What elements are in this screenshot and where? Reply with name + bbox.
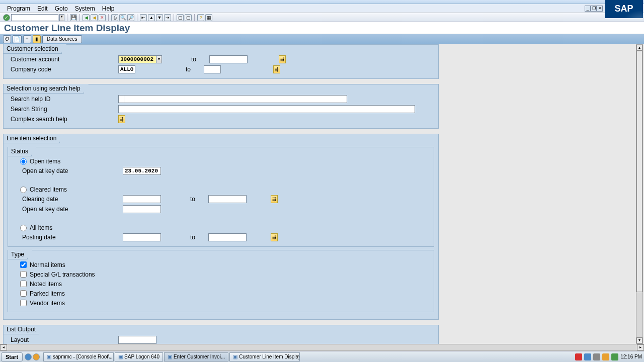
menu-goto[interactable]: Goto <box>55 5 68 12</box>
task-item[interactable]: ▣Enter Customer Invoi... <box>164 352 228 361</box>
menu-system[interactable]: System <box>75 5 95 12</box>
open-key-date2-input[interactable] <box>123 205 161 213</box>
normal-items-check[interactable] <box>20 261 27 268</box>
new-session-icon[interactable]: ▢ <box>177 14 184 21</box>
back-icon[interactable]: ◀ <box>83 14 90 21</box>
restore-btn[interactable]: ❐ <box>591 6 597 12</box>
customer-account-input[interactable] <box>118 55 156 63</box>
save-icon[interactable]: 💾 <box>70 14 77 21</box>
posting-date-to-input[interactable] <box>208 233 247 241</box>
clock[interactable]: 12:16 PM <box>620 354 642 359</box>
task-item[interactable]: ▣sapmmc - [Console Root\... <box>43 352 114 361</box>
menu-help[interactable]: Help <box>102 5 115 12</box>
normal-items-label: Normal items <box>30 261 65 268</box>
clearing-date-to-input[interactable] <box>208 195 247 203</box>
complex-search-btn[interactable]: ⇶ <box>118 115 125 123</box>
tray-icon[interactable] <box>593 353 600 360</box>
unknown-btn[interactable]: ▮ <box>33 35 41 43</box>
customer-selection-group: Customer selection Customer account ▾ to… <box>3 44 439 79</box>
enter-icon[interactable]: ✓ <box>3 14 10 21</box>
find-icon[interactable]: 🔍 <box>119 14 126 21</box>
company-code-input[interactable] <box>118 65 135 73</box>
task-item[interactable]: ▣Customer Line Item Display <box>229 352 300 361</box>
cancel-icon[interactable]: ✕ <box>99 14 106 21</box>
variant-btn[interactable]: 📄 <box>13 35 22 43</box>
horizontal-scrollbar[interactable]: ◂ ▸ <box>0 344 644 351</box>
last-page-icon[interactable]: ⇥ <box>164 14 171 21</box>
exit-icon[interactable]: ◀ <box>91 14 98 21</box>
search-help-group: Selection using search help Search help … <box>3 84 439 129</box>
subgroup-title: Type <box>8 250 28 259</box>
group-title: Selection using search help <box>4 84 84 94</box>
posting-date-input[interactable] <box>123 233 161 241</box>
select-btn[interactable]: ≡ <box>23 35 31 43</box>
line-item-selection-group: Line item selection Status Open items Op… <box>3 134 439 320</box>
ie-icon[interactable] <box>25 353 32 360</box>
group-title: Line item selection <box>4 134 60 143</box>
open-items-radio[interactable] <box>20 158 27 165</box>
first-page-icon[interactable]: ⇤ <box>140 14 147 21</box>
search-string-label: Search String <box>8 106 118 113</box>
shortcut-icon[interactable]: ▢ <box>185 14 192 21</box>
start-button[interactable]: Start <box>1 352 23 361</box>
clearing-date-input[interactable] <box>123 195 161 203</box>
open-key-date-input[interactable] <box>123 167 161 175</box>
to-label: to <box>191 56 209 63</box>
multiple-selection-btn[interactable]: ⇶ <box>279 55 286 63</box>
multiple-selection-btn[interactable]: ⇶ <box>271 195 278 203</box>
tray-icon[interactable] <box>611 353 618 360</box>
multiple-selection-btn[interactable]: ⇶ <box>271 233 278 241</box>
close-btn[interactable]: ✕ <box>597 6 603 12</box>
multiple-selection-btn[interactable]: ⇶ <box>273 65 280 73</box>
prev-page-icon[interactable]: ▲ <box>148 14 155 21</box>
parked-items-label: Parked items <box>30 290 65 297</box>
complex-search-label: Complex search help <box>8 116 118 123</box>
command-dropdown[interactable]: ▾ <box>59 14 64 21</box>
execute-btn[interactable]: ⏱ <box>3 35 11 43</box>
list-output-group: List Output Layout <box>3 325 439 344</box>
layout-input[interactable] <box>118 336 156 344</box>
vendor-items-check[interactable] <box>20 300 27 306</box>
help-icon[interactable]: ? <box>197 14 204 21</box>
special-gl-check[interactable] <box>20 271 27 278</box>
scroll-thumb[interactable] <box>636 51 642 292</box>
find-next-icon[interactable]: 🔎 <box>127 14 134 21</box>
all-items-radio[interactable] <box>20 225 27 231</box>
open-key-date2-label: Open at key date <box>12 206 123 213</box>
noted-items-check[interactable] <box>20 281 27 287</box>
parked-items-check[interactable] <box>20 290 27 297</box>
vertical-scrollbar[interactable]: ▴ ▾ <box>636 44 643 344</box>
tray-icon[interactable] <box>602 353 609 360</box>
special-gl-label: Special G/L transactions <box>30 271 95 278</box>
layout-icon[interactable]: ▦ <box>205 14 212 21</box>
cleared-items-radio[interactable] <box>20 187 27 193</box>
search-string-input[interactable] <box>118 105 415 113</box>
company-code-to-input[interactable] <box>204 65 221 73</box>
scroll-right-btn[interactable]: ▸ <box>637 344 644 350</box>
scroll-up-btn[interactable]: ▴ <box>636 45 642 51</box>
app-toolbar: ⏱ 📄 ≡ ▮ Data Sources <box>0 34 644 44</box>
tray-icon[interactable] <box>584 353 591 360</box>
search-help-id-label: Search help ID <box>8 96 118 103</box>
f4-help-btn[interactable]: ▾ <box>156 55 162 63</box>
search-help-desc-input[interactable] <box>124 95 347 103</box>
command-field[interactable] <box>11 14 58 21</box>
next-page-icon[interactable]: ▼ <box>156 14 163 21</box>
menubar: Program Edit Goto System Help <box>0 4 644 13</box>
standard-toolbar: ✓ ▾ 💾 ◀ ◀ ✕ ⎙ 🔍 🔎 ⇤ ▲ ▼ ⇥ ▢ ▢ ? ▦ <box>0 13 644 22</box>
scroll-left-btn[interactable]: ◂ <box>0 344 7 350</box>
scroll-down-btn[interactable]: ▾ <box>636 337 642 343</box>
data-sources-btn[interactable]: Data Sources <box>42 35 82 43</box>
menu-edit[interactable]: Edit <box>37 5 48 12</box>
task-item[interactable]: ▣SAP Logon 640 <box>115 352 163 361</box>
customer-account-label: Customer account <box>8 56 118 63</box>
explorer-icon[interactable] <box>33 353 40 360</box>
customer-account-to-input[interactable] <box>209 55 248 63</box>
taskbar: Start ▣sapmmc - [Console Root\... ▣SAP L… <box>0 351 644 362</box>
all-items-label: All items <box>30 224 52 231</box>
menu-program[interactable]: Program <box>7 5 30 12</box>
tray-icon[interactable] <box>575 353 582 360</box>
minimize-btn[interactable]: _ <box>585 6 591 12</box>
open-key-date-label: Open at key date <box>12 167 123 174</box>
print-icon[interactable]: ⎙ <box>111 14 118 21</box>
